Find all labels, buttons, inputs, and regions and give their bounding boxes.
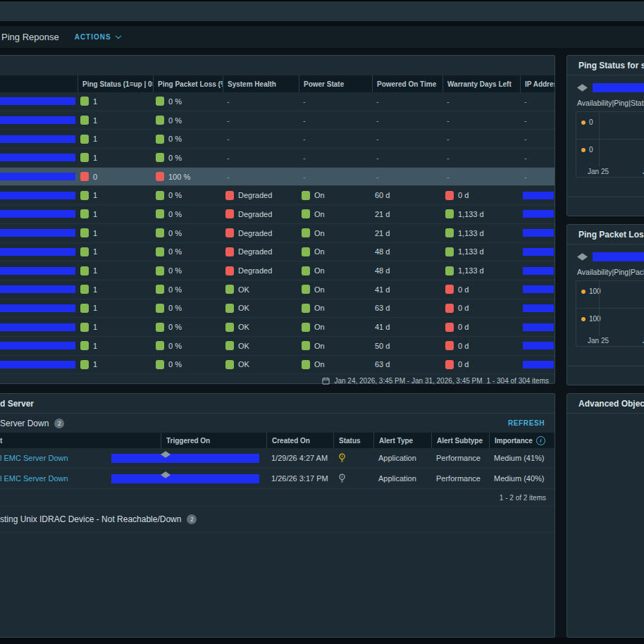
packet-loss-cell: 0 % bbox=[153, 266, 223, 275]
table-row[interactable]: 10 %DegradedOn21 d1,133 d bbox=[0, 205, 555, 224]
alert-group-header[interactable]: Server Down 2 REFRESH bbox=[0, 414, 555, 433]
warranty-cell-value: 0 d bbox=[458, 304, 469, 312]
green-status-badge bbox=[225, 341, 234, 350]
ip-address-cell: - bbox=[520, 135, 555, 143]
power-state-cell-value: On bbox=[314, 191, 325, 199]
column-header-alert-subtype[interactable]: Alert Subtype bbox=[431, 433, 489, 448]
packet-loss-cell-value: 0 % bbox=[168, 304, 182, 312]
green-status-badge bbox=[302, 304, 310, 313]
ping-status-cell: 1 bbox=[78, 135, 153, 144]
refresh-button[interactable]: REFRESH bbox=[508, 419, 545, 427]
column-header-status[interactable]: Status bbox=[333, 433, 373, 448]
ping-status-cell-value: 1 bbox=[93, 360, 97, 369]
ip-address-cell bbox=[520, 248, 555, 256]
warranty-cell: - bbox=[442, 154, 520, 162]
column-header-ip-address[interactable]: IP Address bbox=[520, 75, 555, 92]
column-header-warranty-days[interactable]: Warranty Days Left bbox=[442, 75, 520, 92]
table-row[interactable]: 10 %OKOn63 d0 d bbox=[0, 356, 555, 375]
empty-value: - bbox=[225, 173, 230, 181]
power-state-cell-value: On bbox=[314, 266, 325, 275]
column-header-triggered-on[interactable]: Triggered On bbox=[161, 433, 266, 448]
power-state-cell: - bbox=[299, 97, 372, 106]
green-status-badge bbox=[156, 285, 164, 294]
powered-on-time-cell: 41 d bbox=[372, 323, 442, 331]
ping-status-cell-value: 1 bbox=[93, 323, 97, 331]
table-row[interactable]: 10 %OKOn50 d0 d bbox=[0, 337, 555, 356]
column-header-name[interactable] bbox=[0, 75, 78, 92]
powered-on-time-cell: 21 d bbox=[372, 229, 442, 237]
green-status-badge bbox=[445, 266, 454, 275]
redacted-name-bar bbox=[0, 210, 75, 218]
alert-link[interactable]: l EMC Server Down bbox=[0, 474, 68, 483]
alert-row[interactable]: l EMC Server Down1/26/26 3:17 PMApplicat… bbox=[0, 469, 555, 489]
table-row[interactable]: 10 %----- bbox=[0, 149, 555, 168]
alert-group-header[interactable]: sting Unix IDRAC Device - Not Reachable/… bbox=[0, 507, 555, 533]
table-row[interactable]: 0100 %----- bbox=[0, 168, 555, 187]
system-health-cell: Degraded bbox=[223, 191, 299, 200]
redacted-name-bar bbox=[0, 267, 75, 275]
packet-loss-cell-value: 0 % bbox=[168, 266, 182, 275]
packet-loss-cell: 0 % bbox=[153, 116, 223, 125]
table-row[interactable]: 10 %----- bbox=[0, 111, 555, 130]
table-row[interactable]: 10 %DegradedOn48 d1,133 d bbox=[0, 243, 555, 262]
name-cell bbox=[0, 192, 78, 199]
actions-menu-button[interactable]: ACTIONS bbox=[75, 33, 120, 41]
green-status-badge bbox=[156, 97, 164, 106]
table-row[interactable]: 10 %OKOn41 d0 d bbox=[0, 280, 555, 299]
object-icon bbox=[577, 84, 588, 92]
name-cell bbox=[0, 154, 78, 161]
column-header-created-on[interactable]: Created On bbox=[266, 433, 333, 448]
series-value: 0 bbox=[589, 118, 593, 126]
system-health-cell-value: OK bbox=[238, 323, 249, 331]
table-row[interactable]: 10 %----- bbox=[0, 92, 555, 111]
powered-on-time-cell-value: 48 d bbox=[375, 266, 390, 275]
redacted-ip-bar bbox=[523, 342, 554, 349]
system-health-cell-value: OK bbox=[238, 342, 249, 350]
system-health-cell: Degraded bbox=[223, 228, 299, 237]
powered-on-time-cell: - bbox=[372, 116, 442, 125]
screen-bottom-edge bbox=[0, 638, 644, 644]
red-status-badge bbox=[445, 323, 454, 332]
table-row[interactable]: 10 %DegradedOn48 d1,133 d bbox=[0, 261, 555, 280]
info-icon[interactable]: i bbox=[536, 436, 545, 445]
powered-on-time-cell: - bbox=[372, 154, 442, 162]
series-dot-icon bbox=[581, 148, 586, 152]
table-row[interactable]: 10 %----- bbox=[0, 130, 555, 149]
table-row[interactable]: 10 %DegradedOn21 d1,133 d bbox=[0, 224, 555, 243]
column-header-packet-loss[interactable]: Ping Packet Loss (%) bbox=[153, 75, 223, 92]
column-header-alert-type[interactable]: Alert Type bbox=[373, 433, 431, 448]
warranty-cell: 1,133 d bbox=[442, 266, 520, 275]
ping-status-cell: 0 bbox=[78, 172, 153, 181]
green-status-badge bbox=[156, 191, 164, 200]
system-health-cell: Degraded bbox=[223, 247, 299, 256]
warranty-cell: 1,133 d bbox=[442, 228, 520, 237]
column-header-ping-status[interactable]: Ping Status (1=up | 0=do... bbox=[78, 75, 153, 92]
alert-link[interactable]: l EMC Server Down bbox=[0, 454, 68, 462]
system-health-cell-value: Degraded bbox=[238, 210, 272, 218]
column-header-system-health[interactable]: System Health bbox=[223, 75, 299, 92]
power-state-cell: On bbox=[299, 285, 372, 294]
table-row[interactable]: 10 %DegradedOn60 d0 d bbox=[0, 186, 555, 205]
green-status-badge bbox=[445, 209, 454, 218]
packet-loss-cell-value: 0 % bbox=[168, 210, 182, 218]
system-health-cell-value: Degraded bbox=[238, 191, 272, 199]
ping-status-cell-value: 1 bbox=[93, 247, 97, 256]
column-header-importance[interactable]: Importance i bbox=[489, 433, 555, 448]
alert-row[interactable]: l EMC Server Down1/29/26 4:27 AMApplicat… bbox=[0, 448, 555, 469]
power-state-cell: On bbox=[299, 323, 372, 332]
table-row[interactable]: 10 %OKOn41 d0 d bbox=[0, 318, 555, 337]
powered-on-time-cell-value: 50 d bbox=[375, 342, 390, 350]
empty-value: - bbox=[375, 97, 379, 106]
ping-status-cell-value: 1 bbox=[93, 304, 97, 312]
system-health-cell-value: OK bbox=[238, 304, 249, 312]
items-count-text: 1 - 304 of 304 items bbox=[487, 377, 549, 385]
empty-value: - bbox=[445, 173, 450, 181]
system-health-cell-value: Degraded bbox=[238, 247, 272, 256]
system-health-cell-value: Degraded bbox=[238, 266, 272, 275]
green-status-badge bbox=[156, 341, 164, 350]
column-header-power-state[interactable]: Power State bbox=[299, 75, 372, 92]
column-header-powered-on-time[interactable]: Powered On Time bbox=[372, 75, 442, 92]
table-row[interactable]: 10 %OKOn63 d0 d bbox=[0, 299, 555, 318]
system-health-cell-value: OK bbox=[238, 285, 249, 294]
column-header-alert[interactable]: t bbox=[0, 433, 161, 448]
